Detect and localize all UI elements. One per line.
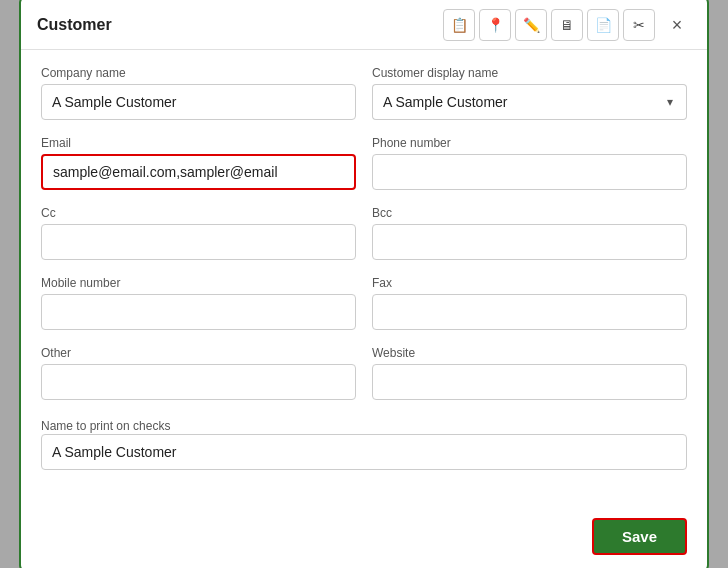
customer-display-name-input[interactable] <box>372 84 653 120</box>
bcc-input[interactable] <box>372 224 687 260</box>
group-other: Other <box>41 346 356 400</box>
customer-modal: Customer 📋 📍 ✏️ 🖥 📄 ✂ × Company name C <box>19 0 709 568</box>
toolbar-edit-btn[interactable]: ✏️ <box>515 9 547 41</box>
other-label: Other <box>41 346 356 360</box>
other-input[interactable] <box>41 364 356 400</box>
row-email-phone: Email Phone number <box>41 136 687 190</box>
website-label: Website <box>372 346 687 360</box>
modal-footer: Save <box>21 506 707 568</box>
row-company-display: Company name Customer display name ▾ <box>41 66 687 120</box>
fax-label: Fax <box>372 276 687 290</box>
group-website: Website <box>372 346 687 400</box>
modal-title: Customer <box>37 16 112 34</box>
customer-display-name-label: Customer display name <box>372 66 687 80</box>
group-customer-display-name: Customer display name ▾ <box>372 66 687 120</box>
cc-input[interactable] <box>41 224 356 260</box>
group-bcc: Bcc <box>372 206 687 260</box>
group-mobile: Mobile number <box>41 276 356 330</box>
row-cc-bcc: Cc Bcc <box>41 206 687 260</box>
close-button[interactable]: × <box>663 11 691 39</box>
bcc-label: Bcc <box>372 206 687 220</box>
save-button[interactable]: Save <box>592 518 687 555</box>
toolbar-scissors-btn[interactable]: ✂ <box>623 9 655 41</box>
cc-label: Cc <box>41 206 356 220</box>
mobile-label: Mobile number <box>41 276 356 290</box>
dropdown-arrow-icon[interactable]: ▾ <box>653 84 687 120</box>
fax-input[interactable] <box>372 294 687 330</box>
name-checks-label: Name to print on checks <box>41 419 170 433</box>
row-other-website: Other Website <box>41 346 687 400</box>
email-input[interactable] <box>41 154 356 190</box>
company-name-label: Company name <box>41 66 356 80</box>
group-fax: Fax <box>372 276 687 330</box>
email-label: Email <box>41 136 356 150</box>
phone-label: Phone number <box>372 136 687 150</box>
row-name-checks: Name to print on checks <box>41 416 687 470</box>
toolbar-screen-btn[interactable]: 🖥 <box>551 9 583 41</box>
customer-display-name-wrapper: ▾ <box>372 84 687 120</box>
row-mobile-fax: Mobile number Fax <box>41 276 687 330</box>
toolbar-location-btn[interactable]: 📍 <box>479 9 511 41</box>
phone-input[interactable] <box>372 154 687 190</box>
group-phone: Phone number <box>372 136 687 190</box>
modal-header: Customer 📋 📍 ✏️ 🖥 📄 ✂ × <box>21 0 707 50</box>
website-input[interactable] <box>372 364 687 400</box>
toolbar-doc-btn[interactable]: 📄 <box>587 9 619 41</box>
group-email: Email <box>41 136 356 190</box>
header-actions: 📋 📍 ✏️ 🖥 📄 ✂ × <box>443 9 691 41</box>
modal-body: Company name Customer display name ▾ Ema… <box>21 50 707 506</box>
toolbar-clipboard-btn[interactable]: 📋 <box>443 9 475 41</box>
company-name-input[interactable] <box>41 84 356 120</box>
group-cc: Cc <box>41 206 356 260</box>
mobile-input[interactable] <box>41 294 356 330</box>
name-checks-input[interactable] <box>41 434 687 470</box>
group-company-name: Company name <box>41 66 356 120</box>
